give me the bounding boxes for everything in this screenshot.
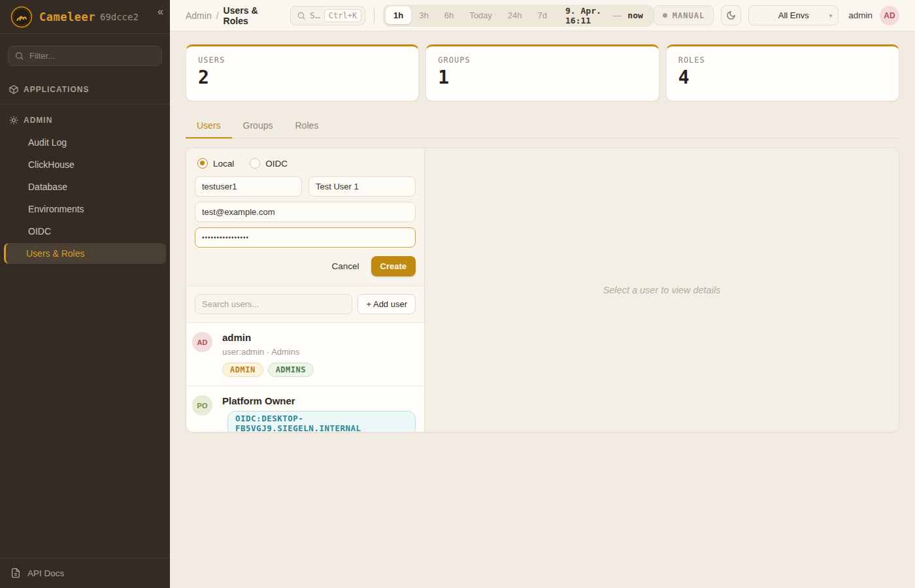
sidebar-item-audit-log[interactable]: Audit Log — [0, 132, 166, 153]
search-icon — [297, 11, 306, 20]
topbar-divider — [374, 8, 374, 24]
breadcrumb-separator: / — [216, 10, 219, 21]
stats-row: USERS 2 GROUPS 1 ROLES 4 — [186, 44, 899, 101]
time-range-24h[interactable]: 24h — [500, 7, 530, 24]
sidebar-nav: APPLICATIONS ADMIN Audit Log ClickHouse … — [0, 73, 170, 557]
create-button[interactable]: Create — [371, 256, 416, 276]
role-badge: ADMIN — [222, 363, 263, 377]
tab-groups[interactable]: Groups — [232, 114, 284, 139]
password-field[interactable] — [195, 227, 416, 248]
sidebar-item-users-roles[interactable]: Users & Roles — [4, 243, 166, 264]
time-range-dash: — — [612, 10, 621, 20]
stat-label: USERS — [198, 56, 407, 65]
stat-value: 2 — [198, 67, 407, 88]
cameleer-logo-icon — [10, 6, 33, 28]
tab-bar: Users Groups Roles — [186, 114, 899, 139]
user-list: AD admin user:admin · Admins ADMIN ADMIN… — [186, 323, 424, 433]
cancel-button[interactable]: Cancel — [332, 261, 359, 271]
app-version: 69dcce2 — [100, 12, 139, 22]
global-search-placeholder: S… — [310, 10, 320, 20]
chevron-down-icon: ▾ — [829, 12, 833, 19]
stat-value: 4 — [678, 67, 887, 88]
user-name: Platform Owner — [222, 395, 416, 406]
time-range-group: 1h 3h 6h Today 24h 7d 9. Apr. 16:11 — no… — [383, 5, 654, 27]
stat-label: ROLES — [678, 56, 887, 65]
user-row-platform-owner[interactable]: PO Platform Owner OIDC:DESKTOP-FB5VGJ9.S… — [186, 386, 424, 433]
radio-local[interactable]: Local — [197, 158, 234, 169]
nav-section-applications[interactable]: APPLICATIONS — [0, 79, 170, 100]
user-meta: user:admin · Admins — [222, 347, 416, 357]
main-area: Admin / Users & Roles S… Ctrl+K 1h 3h 6h… — [170, 0, 915, 588]
sidebar-item-database[interactable]: Database — [0, 176, 166, 197]
nav-section-label: APPLICATIONS — [24, 85, 89, 94]
radio-oidc[interactable]: OIDC — [250, 158, 288, 169]
sidebar-filter-input[interactable] — [8, 46, 162, 66]
group-badge: ADMINS — [268, 363, 314, 377]
empty-state-message: Select a user to view details — [603, 285, 721, 295]
refresh-mode-button[interactable]: MANUAL — [654, 5, 714, 25]
stat-card-groups: GROUPS 1 — [425, 44, 659, 101]
breadcrumb-parent[interactable]: Admin — [186, 10, 212, 21]
user-list-toolbar: + Add user — [186, 286, 424, 323]
search-shortcut-badge: Ctrl+K — [324, 9, 361, 22]
refresh-mode-label: MANUAL — [673, 11, 705, 20]
sidebar-item-oidc[interactable]: OIDC — [0, 221, 166, 242]
users-left-column: Local OIDC — [186, 148, 425, 432]
time-to-value[interactable]: now — [621, 10, 650, 20]
time-range-6h[interactable]: 6h — [437, 7, 461, 24]
gear-icon — [8, 115, 19, 125]
add-user-button[interactable]: + Add user — [358, 294, 416, 314]
user-row-admin[interactable]: AD admin user:admin · Admins ADMIN ADMIN… — [186, 323, 424, 386]
search-icon — [14, 51, 24, 61]
user-detail-panel: Select a user to view details — [425, 148, 899, 432]
user-name: admin — [222, 332, 416, 343]
global-search[interactable]: S… Ctrl+K — [290, 6, 365, 25]
time-range-7d[interactable]: 7d — [530, 7, 555, 24]
user-type-radio-group: Local OIDC — [195, 157, 416, 176]
users-panel: Local OIDC — [186, 148, 899, 433]
tab-users[interactable]: Users — [186, 114, 232, 139]
environment-select[interactable]: All Envs ▾ — [748, 5, 839, 25]
cube-icon — [8, 84, 19, 95]
sidebar-collapse-icon[interactable]: « — [158, 7, 163, 17]
document-icon — [10, 568, 21, 578]
api-docs-label: API Docs — [27, 568, 64, 578]
app-title: Cameleer — [39, 10, 95, 24]
current-user-name: admin — [848, 10, 873, 20]
badge-row: ADMIN ADMINS — [222, 363, 416, 377]
sidebar-item-clickhouse[interactable]: ClickHouse — [0, 154, 166, 175]
user-avatar[interactable]: AD — [880, 6, 899, 25]
environment-selected-value: All Envs — [778, 10, 809, 20]
display-name-field[interactable] — [308, 176, 416, 197]
sidebar: Cameleer 69dcce2 « APPLICATIONS AD — [0, 0, 170, 588]
time-from-value[interactable]: 9. Apr. 16:11 — [555, 6, 612, 25]
tab-roles[interactable]: Roles — [284, 114, 329, 139]
stat-label: GROUPS — [438, 56, 646, 65]
name-inputs-row — [195, 176, 416, 197]
sidebar-item-environments[interactable]: Environments — [0, 199, 166, 220]
time-range-today[interactable]: Today — [461, 7, 500, 24]
nav-section-label: ADMIN — [24, 116, 52, 125]
time-range-3h[interactable]: 3h — [411, 7, 436, 24]
theme-toggle-button[interactable] — [721, 5, 741, 25]
create-user-form: Local OIDC — [186, 148, 424, 286]
search-users-input[interactable] — [195, 294, 352, 314]
user-row-body: admin user:admin · Admins ADMIN ADMINS — [222, 332, 416, 377]
api-docs-link[interactable]: API Docs — [0, 557, 170, 588]
time-range-1h[interactable]: 1h — [386, 7, 411, 24]
breadcrumb-current: Users & Roles — [224, 5, 280, 26]
avatar: AD — [192, 332, 212, 352]
radio-selected-icon — [197, 158, 208, 169]
oidc-issuer-badge: OIDC:DESKTOP-FB5VGJ9.SIEGELN.INTERNAL — [227, 411, 416, 433]
user-row-body: Platform Owner OIDC:DESKTOP-FB5VGJ9.SIEG… — [222, 395, 416, 433]
radio-unselected-icon — [250, 158, 260, 169]
moon-icon — [726, 10, 736, 20]
form-actions: Cancel Create — [195, 256, 416, 276]
username-field[interactable] — [195, 176, 302, 197]
stat-value: 1 — [438, 67, 646, 88]
topbar: Admin / Users & Roles S… Ctrl+K 1h 3h 6h… — [170, 0, 915, 31]
topbar-right-cluster: MANUAL All Envs ▾ admin AD — [654, 5, 899, 25]
nav-section-admin[interactable]: ADMIN — [0, 110, 170, 131]
sidebar-filter — [8, 46, 162, 66]
email-field[interactable] — [195, 202, 416, 222]
